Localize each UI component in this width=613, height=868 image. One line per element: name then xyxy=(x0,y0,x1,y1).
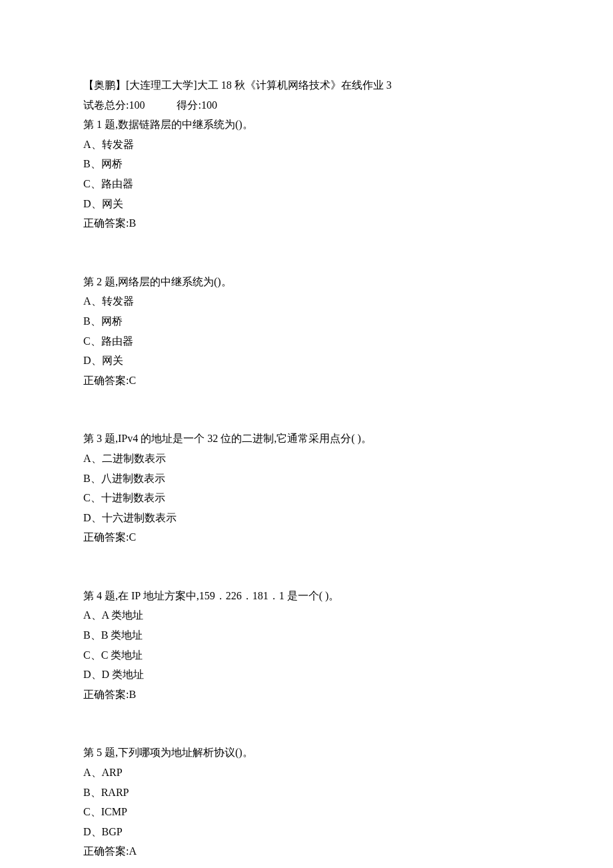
header-block: 【奥鹏】[大连理工大学]大工 18 秋《计算机网络技术》在线作业 3试卷总分:1… xyxy=(83,75,530,233)
question-option: D、十六进制数表示 xyxy=(83,508,530,528)
question-answer: 正确答案:B xyxy=(83,685,530,705)
document-title: 【奥鹏】[大连理工大学]大工 18 秋《计算机网络技术》在线作业 3 xyxy=(83,75,530,95)
question-option: C、路由器 xyxy=(83,174,530,194)
question-option: B、网桥 xyxy=(83,154,530,174)
question-option: B、网桥 xyxy=(83,311,530,331)
question-option: D、BGP xyxy=(83,822,530,842)
question-option: B、八进制数表示 xyxy=(83,469,530,489)
question-answer: 正确答案:A xyxy=(83,841,530,861)
question-option: B、B 类地址 xyxy=(83,625,530,645)
question-option: A、转发器 xyxy=(83,291,530,311)
question-option: C、十进制数表示 xyxy=(83,488,530,508)
obtained-score-label: 得分:100 xyxy=(177,95,217,115)
question-option: C、路由器 xyxy=(83,331,530,351)
question-option: A、ARP xyxy=(83,763,530,783)
score-line: 试卷总分:100得分:100 xyxy=(83,95,530,115)
score-gap xyxy=(145,95,177,115)
question-stem: 第 4 题,在 IP 地址方案中,159．226．181．1 是一个( )。 xyxy=(83,586,530,606)
question-block: 第 4 题,在 IP 地址方案中,159．226．181．1 是一个( )。A、… xyxy=(83,586,530,705)
question-stem: 第 1 题,数据链路层的中继系统为()。 xyxy=(83,115,530,135)
question-answer: 正确答案:B xyxy=(83,213,530,233)
question-block: 第 3 题,IPv4 的地址是一个 32 位的二进制,它通常采用点分( )。A、… xyxy=(83,429,530,547)
question-answer: 正确答案:C xyxy=(83,371,530,391)
question-option: A、二进制数表示 xyxy=(83,449,530,469)
question-option: D、D 类地址 xyxy=(83,665,530,685)
question-stem: 第 2 题,网络层的中继系统为()。 xyxy=(83,272,530,292)
question-option: D、网关 xyxy=(83,194,530,214)
question-block: 第 2 题,网络层的中继系统为()。A、转发器B、网桥C、路由器D、网关正确答案… xyxy=(83,272,530,391)
question-option: A、A 类地址 xyxy=(83,605,530,625)
question-stem: 第 3 题,IPv4 的地址是一个 32 位的二进制,它通常采用点分( )。 xyxy=(83,429,530,449)
total-score-label: 试卷总分:100 xyxy=(83,95,145,115)
question-option: A、转发器 xyxy=(83,135,530,155)
question-answer: 正确答案:C xyxy=(83,527,530,547)
question-block: 第 5 题,下列哪项为地址解析协议()。A、ARPB、RARPC、ICMPD、B… xyxy=(83,743,530,861)
question-option: D、网关 xyxy=(83,351,530,371)
question-option: C、ICMP xyxy=(83,802,530,822)
question-stem: 第 5 题,下列哪项为地址解析协议()。 xyxy=(83,743,530,763)
question-option: B、RARP xyxy=(83,783,530,803)
question-option: C、C 类地址 xyxy=(83,645,530,665)
